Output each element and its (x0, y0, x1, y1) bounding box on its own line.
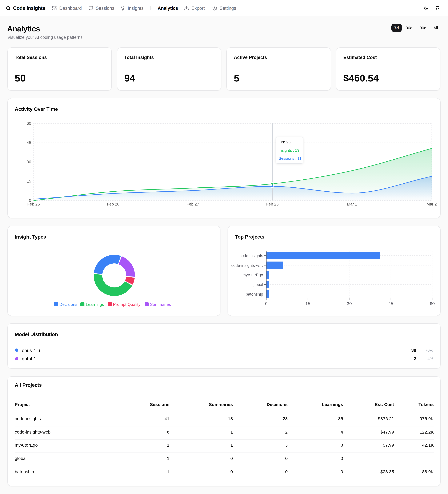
svg-text:global: global (253, 282, 263, 287)
svg-text:Feb 28: Feb 28 (266, 202, 278, 206)
svg-text:Mar 1: Mar 1 (347, 202, 357, 206)
svg-text:batonship: batonship (246, 292, 263, 296)
svg-text:30: 30 (27, 160, 31, 164)
svg-text:0: 0 (265, 301, 267, 306)
svg-text:Feb 27: Feb 27 (186, 202, 199, 206)
svg-text:45: 45 (388, 301, 393, 306)
svg-text:Feb 26: Feb 26 (107, 202, 119, 206)
svg-text:code-insights-w…: code-insights-w… (231, 263, 263, 268)
svg-text:45: 45 (27, 140, 31, 145)
svg-text:30: 30 (347, 301, 352, 306)
svg-text:Mar 2: Mar 2 (426, 202, 437, 206)
svg-text:myAlterEgo: myAlterEgo (242, 273, 263, 277)
svg-text:60: 60 (430, 301, 435, 306)
svg-text:60: 60 (27, 121, 31, 125)
svg-text:15: 15 (27, 179, 31, 183)
svg-text:code-insights: code-insights (240, 253, 263, 258)
svg-text:Feb 25: Feb 25 (27, 202, 40, 206)
svg-text:15: 15 (305, 301, 310, 306)
